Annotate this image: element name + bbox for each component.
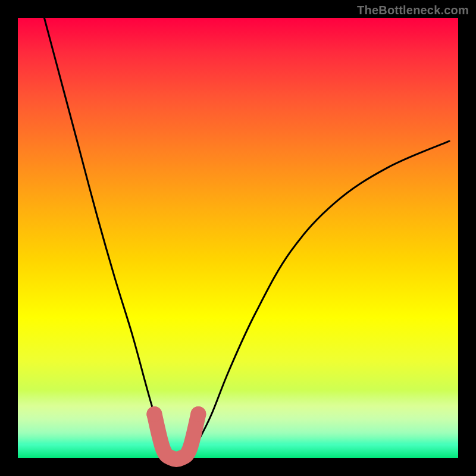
- svg-point-0: [146, 406, 162, 422]
- plot-area: [18, 18, 458, 458]
- optimal-marker: [146, 406, 206, 459]
- chart-svg: [18, 18, 458, 458]
- bottleneck-curve: [44, 18, 449, 458]
- watermark-text: TheBottleneck.com: [357, 4, 469, 17]
- svg-point-1: [190, 406, 206, 422]
- chart-frame: TheBottleneck.com: [0, 0, 476, 476]
